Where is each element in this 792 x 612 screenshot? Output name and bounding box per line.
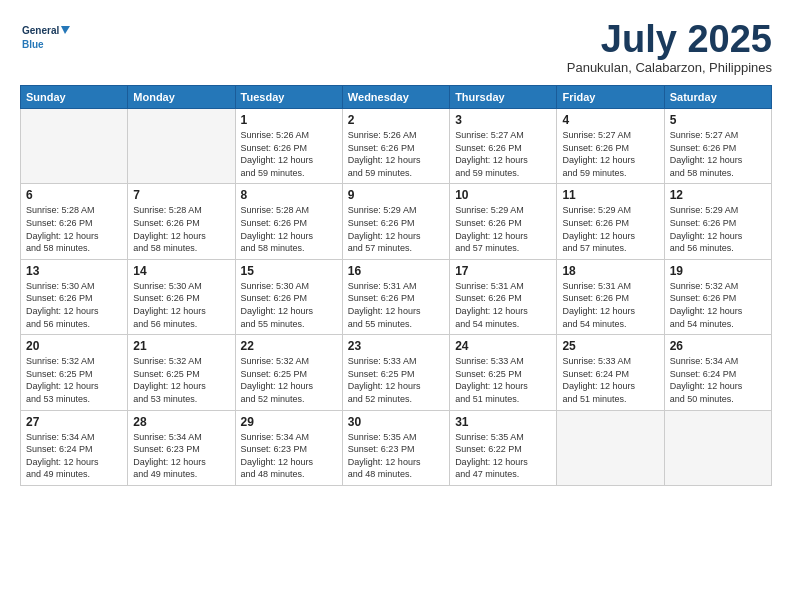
cell-info: Sunrise: 5:31 AM Sunset: 6:26 PM Dayligh… xyxy=(348,280,444,330)
cell-info: Sunrise: 5:27 AM Sunset: 6:26 PM Dayligh… xyxy=(562,129,658,179)
day-number: 10 xyxy=(455,188,551,202)
cell-info: Sunrise: 5:33 AM Sunset: 6:25 PM Dayligh… xyxy=(455,355,551,405)
location-subtitle: Panukulan, Calabarzon, Philippines xyxy=(567,60,772,75)
cell-info: Sunrise: 5:32 AM Sunset: 6:26 PM Dayligh… xyxy=(670,280,766,330)
calendar-cell: 21Sunrise: 5:32 AM Sunset: 6:25 PM Dayli… xyxy=(128,335,235,410)
cell-info: Sunrise: 5:28 AM Sunset: 6:26 PM Dayligh… xyxy=(26,204,122,254)
day-number: 25 xyxy=(562,339,658,353)
column-header-tuesday: Tuesday xyxy=(235,86,342,109)
day-number: 27 xyxy=(26,415,122,429)
calendar-table: SundayMondayTuesdayWednesdayThursdayFrid… xyxy=(20,85,772,486)
calendar-cell: 13Sunrise: 5:30 AM Sunset: 6:26 PM Dayli… xyxy=(21,259,128,334)
calendar-cell: 8Sunrise: 5:28 AM Sunset: 6:26 PM Daylig… xyxy=(235,184,342,259)
cell-info: Sunrise: 5:27 AM Sunset: 6:26 PM Dayligh… xyxy=(455,129,551,179)
day-number: 7 xyxy=(133,188,229,202)
day-number: 26 xyxy=(670,339,766,353)
calendar-cell xyxy=(557,410,664,485)
calendar-cell xyxy=(128,109,235,184)
calendar-cell: 23Sunrise: 5:33 AM Sunset: 6:25 PM Dayli… xyxy=(342,335,449,410)
calendar-cell: 2Sunrise: 5:26 AM Sunset: 6:26 PM Daylig… xyxy=(342,109,449,184)
calendar-cell: 15Sunrise: 5:30 AM Sunset: 6:26 PM Dayli… xyxy=(235,259,342,334)
calendar-week-4: 20Sunrise: 5:32 AM Sunset: 6:25 PM Dayli… xyxy=(21,335,772,410)
day-number: 20 xyxy=(26,339,122,353)
day-number: 21 xyxy=(133,339,229,353)
calendar-cell xyxy=(21,109,128,184)
day-number: 5 xyxy=(670,113,766,127)
calendar-cell: 26Sunrise: 5:34 AM Sunset: 6:24 PM Dayli… xyxy=(664,335,771,410)
cell-info: Sunrise: 5:26 AM Sunset: 6:26 PM Dayligh… xyxy=(348,129,444,179)
calendar-cell: 22Sunrise: 5:32 AM Sunset: 6:25 PM Dayli… xyxy=(235,335,342,410)
day-number: 13 xyxy=(26,264,122,278)
day-number: 6 xyxy=(26,188,122,202)
calendar-cell: 19Sunrise: 5:32 AM Sunset: 6:26 PM Dayli… xyxy=(664,259,771,334)
cell-info: Sunrise: 5:32 AM Sunset: 6:25 PM Dayligh… xyxy=(241,355,337,405)
day-number: 30 xyxy=(348,415,444,429)
calendar-cell: 5Sunrise: 5:27 AM Sunset: 6:26 PM Daylig… xyxy=(664,109,771,184)
cell-info: Sunrise: 5:35 AM Sunset: 6:22 PM Dayligh… xyxy=(455,431,551,481)
calendar-cell: 30Sunrise: 5:35 AM Sunset: 6:23 PM Dayli… xyxy=(342,410,449,485)
calendar-cell: 27Sunrise: 5:34 AM Sunset: 6:24 PM Dayli… xyxy=(21,410,128,485)
calendar-cell: 1Sunrise: 5:26 AM Sunset: 6:26 PM Daylig… xyxy=(235,109,342,184)
calendar-cell: 25Sunrise: 5:33 AM Sunset: 6:24 PM Dayli… xyxy=(557,335,664,410)
calendar-week-3: 13Sunrise: 5:30 AM Sunset: 6:26 PM Dayli… xyxy=(21,259,772,334)
title-area: July 2025 Panukulan, Calabarzon, Philipp… xyxy=(567,20,772,75)
calendar-cell: 10Sunrise: 5:29 AM Sunset: 6:26 PM Dayli… xyxy=(450,184,557,259)
day-number: 24 xyxy=(455,339,551,353)
cell-info: Sunrise: 5:34 AM Sunset: 6:24 PM Dayligh… xyxy=(26,431,122,481)
day-number: 1 xyxy=(241,113,337,127)
column-header-friday: Friday xyxy=(557,86,664,109)
calendar-week-5: 27Sunrise: 5:34 AM Sunset: 6:24 PM Dayli… xyxy=(21,410,772,485)
cell-info: Sunrise: 5:28 AM Sunset: 6:26 PM Dayligh… xyxy=(241,204,337,254)
column-header-wednesday: Wednesday xyxy=(342,86,449,109)
calendar-cell: 11Sunrise: 5:29 AM Sunset: 6:26 PM Dayli… xyxy=(557,184,664,259)
column-header-thursday: Thursday xyxy=(450,86,557,109)
cell-info: Sunrise: 5:32 AM Sunset: 6:25 PM Dayligh… xyxy=(26,355,122,405)
cell-info: Sunrise: 5:30 AM Sunset: 6:26 PM Dayligh… xyxy=(241,280,337,330)
day-number: 18 xyxy=(562,264,658,278)
cell-info: Sunrise: 5:34 AM Sunset: 6:24 PM Dayligh… xyxy=(670,355,766,405)
cell-info: Sunrise: 5:29 AM Sunset: 6:26 PM Dayligh… xyxy=(562,204,658,254)
cell-info: Sunrise: 5:29 AM Sunset: 6:26 PM Dayligh… xyxy=(455,204,551,254)
cell-info: Sunrise: 5:30 AM Sunset: 6:26 PM Dayligh… xyxy=(133,280,229,330)
day-number: 16 xyxy=(348,264,444,278)
calendar-cell: 17Sunrise: 5:31 AM Sunset: 6:26 PM Dayli… xyxy=(450,259,557,334)
column-header-monday: Monday xyxy=(128,86,235,109)
cell-info: Sunrise: 5:32 AM Sunset: 6:25 PM Dayligh… xyxy=(133,355,229,405)
day-number: 12 xyxy=(670,188,766,202)
cell-info: Sunrise: 5:29 AM Sunset: 6:26 PM Dayligh… xyxy=(348,204,444,254)
day-number: 9 xyxy=(348,188,444,202)
cell-info: Sunrise: 5:33 AM Sunset: 6:24 PM Dayligh… xyxy=(562,355,658,405)
calendar-week-2: 6Sunrise: 5:28 AM Sunset: 6:26 PM Daylig… xyxy=(21,184,772,259)
day-number: 31 xyxy=(455,415,551,429)
day-number: 19 xyxy=(670,264,766,278)
calendar-week-1: 1Sunrise: 5:26 AM Sunset: 6:26 PM Daylig… xyxy=(21,109,772,184)
calendar-cell: 18Sunrise: 5:31 AM Sunset: 6:26 PM Dayli… xyxy=(557,259,664,334)
calendar-cell: 6Sunrise: 5:28 AM Sunset: 6:26 PM Daylig… xyxy=(21,184,128,259)
svg-text:General: General xyxy=(22,25,59,36)
calendar-cell: 20Sunrise: 5:32 AM Sunset: 6:25 PM Dayli… xyxy=(21,335,128,410)
day-number: 11 xyxy=(562,188,658,202)
svg-text:Blue: Blue xyxy=(22,39,44,50)
calendar-cell: 31Sunrise: 5:35 AM Sunset: 6:22 PM Dayli… xyxy=(450,410,557,485)
logo: General Blue xyxy=(20,20,70,60)
day-number: 2 xyxy=(348,113,444,127)
calendar-cell: 14Sunrise: 5:30 AM Sunset: 6:26 PM Dayli… xyxy=(128,259,235,334)
cell-info: Sunrise: 5:27 AM Sunset: 6:26 PM Dayligh… xyxy=(670,129,766,179)
calendar-cell: 29Sunrise: 5:34 AM Sunset: 6:23 PM Dayli… xyxy=(235,410,342,485)
cell-info: Sunrise: 5:31 AM Sunset: 6:26 PM Dayligh… xyxy=(455,280,551,330)
calendar-cell: 16Sunrise: 5:31 AM Sunset: 6:26 PM Dayli… xyxy=(342,259,449,334)
calendar-cell: 28Sunrise: 5:34 AM Sunset: 6:23 PM Dayli… xyxy=(128,410,235,485)
day-number: 22 xyxy=(241,339,337,353)
logo-icon: General Blue xyxy=(20,20,70,60)
cell-info: Sunrise: 5:26 AM Sunset: 6:26 PM Dayligh… xyxy=(241,129,337,179)
cell-info: Sunrise: 5:34 AM Sunset: 6:23 PM Dayligh… xyxy=(241,431,337,481)
page-header: General Blue July 2025 Panukulan, Calaba… xyxy=(20,20,772,75)
calendar-cell xyxy=(664,410,771,485)
cell-info: Sunrise: 5:28 AM Sunset: 6:26 PM Dayligh… xyxy=(133,204,229,254)
header-row: SundayMondayTuesdayWednesdayThursdayFrid… xyxy=(21,86,772,109)
day-number: 17 xyxy=(455,264,551,278)
column-header-saturday: Saturday xyxy=(664,86,771,109)
calendar-cell: 3Sunrise: 5:27 AM Sunset: 6:26 PM Daylig… xyxy=(450,109,557,184)
calendar-cell: 7Sunrise: 5:28 AM Sunset: 6:26 PM Daylig… xyxy=(128,184,235,259)
cell-info: Sunrise: 5:29 AM Sunset: 6:26 PM Dayligh… xyxy=(670,204,766,254)
